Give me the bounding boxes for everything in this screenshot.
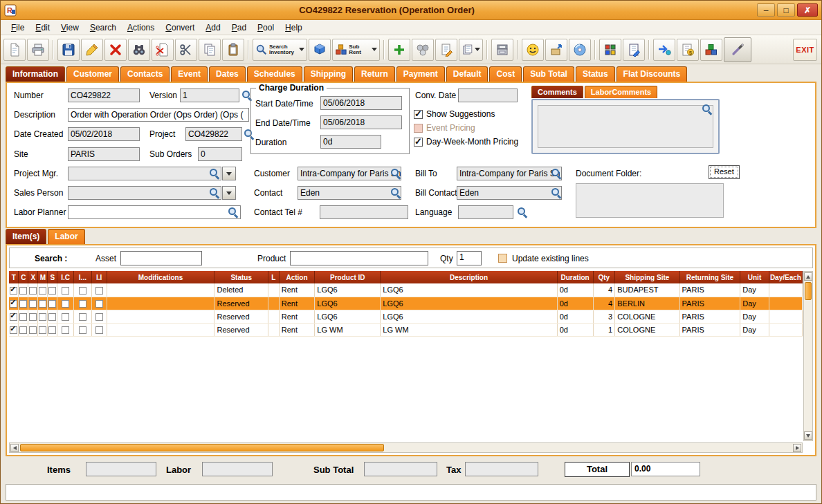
language-field[interactable] <box>458 205 513 219</box>
row-checkbox-x[interactable] <box>29 313 37 321</box>
cell-check-c[interactable] <box>19 310 28 323</box>
cell-check-t[interactable] <box>9 310 19 323</box>
asset-input[interactable] <box>120 251 202 265</box>
row-checkbox-x[interactable] <box>29 287 37 295</box>
cell-check-ii[interactable] <box>91 323 107 336</box>
cell-day-each[interactable] <box>769 323 802 336</box>
cell-action[interactable]: Rent <box>279 323 315 336</box>
event-pricing-checkbox[interactable] <box>414 124 423 133</box>
cell-check-s[interactable] <box>48 283 57 297</box>
cell-check-x[interactable] <box>28 323 38 336</box>
labor-planner-field[interactable] <box>68 205 241 219</box>
cell-day-each[interactable] <box>769 283 802 297</box>
scroll-right-button[interactable] <box>793 444 801 452</box>
search-inventory-button[interactable]: Search Inventory <box>253 39 307 61</box>
bill-to-field[interactable]: Intra-Company for Paris Sh <box>457 167 562 180</box>
column-header[interactable]: Qty <box>593 271 615 283</box>
comments-search-icon[interactable] <box>701 103 713 115</box>
cell-action[interactable]: Rent <box>279 310 315 323</box>
cell-status[interactable]: Reserved <box>214 310 268 323</box>
cell-check-s[interactable] <box>48 323 57 336</box>
main-tab[interactable]: Dates <box>209 66 246 82</box>
sub-rent-button[interactable]: Sub Rent <box>332 39 379 61</box>
edit-note-button[interactable] <box>435 39 457 61</box>
cell-duration[interactable]: 0d <box>557 283 593 297</box>
row-checkbox-c[interactable] <box>19 313 27 321</box>
main-tab[interactable]: Cost <box>489 66 522 82</box>
find-button[interactable] <box>128 39 150 61</box>
cell-check-ic[interactable] <box>57 323 74 336</box>
minimize-button[interactable]: – <box>757 3 775 17</box>
bill-contact-search-icon[interactable] <box>550 187 562 198</box>
disc-button[interactable] <box>569 39 591 61</box>
export-button[interactable] <box>653 39 675 61</box>
cell-l[interactable] <box>268 283 279 297</box>
main-tab[interactable]: Customer <box>66 66 119 82</box>
main-tab[interactable]: Return <box>354 66 395 82</box>
cell-shipping-site[interactable]: BUDAPEST <box>615 283 679 297</box>
row-checkbox-s[interactable] <box>48 313 56 321</box>
cell-duration[interactable]: 0d <box>557 323 593 336</box>
copy-button[interactable] <box>199 39 221 61</box>
reset-button[interactable]: Reset <box>709 165 740 179</box>
exit-button[interactable]: EXIT <box>793 39 817 61</box>
cut-document-button[interactable] <box>152 39 174 61</box>
row-checkbox-s[interactable] <box>48 326 56 334</box>
row-checkbox-t[interactable] <box>10 300 17 308</box>
horizontal-scroll-thumb[interactable] <box>20 444 384 451</box>
printer-unit-button[interactable] <box>491 39 513 61</box>
product-cube-button[interactable] <box>309 39 331 61</box>
cell-l[interactable] <box>268 310 279 323</box>
cell-description[interactable]: LGQ6 <box>381 283 557 297</box>
main-tab[interactable]: Contacts <box>120 66 170 82</box>
menu-item[interactable]: Pad <box>227 21 251 34</box>
save-button[interactable] <box>57 39 80 61</box>
column-header[interactable]: S <box>48 271 57 283</box>
row-checkbox-ii[interactable] <box>95 313 103 321</box>
total-button[interactable]: Total <box>565 462 630 477</box>
cell-check-ic[interactable] <box>57 283 74 297</box>
menu-item[interactable]: View <box>56 21 84 34</box>
cell-qty[interactable]: 4 <box>593 297 615 310</box>
cell-check-x[interactable] <box>28 283 38 297</box>
add-button[interactable] <box>388 39 410 61</box>
row-checkbox-m[interactable] <box>39 300 46 308</box>
cell-modifications[interactable] <box>107 323 214 336</box>
row-checkbox-c[interactable] <box>19 287 27 295</box>
sheets-button[interactable] <box>459 39 483 61</box>
scroll-left-button[interactable] <box>10 444 19 452</box>
column-header[interactable]: X <box>28 271 38 283</box>
items-tab[interactable]: Labor <box>48 229 84 244</box>
blue-note-button[interactable] <box>623 39 645 61</box>
main-tab[interactable]: Event <box>171 66 208 82</box>
column-header[interactable]: Status <box>214 271 268 283</box>
cell-l[interactable] <box>268 323 279 336</box>
row-checkbox-t[interactable] <box>10 313 17 321</box>
cell-product-id[interactable]: LGQ6 <box>315 310 381 323</box>
main-tab[interactable]: Schedules <box>247 66 302 82</box>
show-suggestions-checkbox[interactable] <box>414 110 423 119</box>
row-checkbox-ii[interactable] <box>95 287 103 295</box>
main-tab[interactable]: Sub Total <box>523 66 574 82</box>
project-mgr-dropdown-button[interactable] <box>222 167 236 180</box>
column-header[interactable]: C <box>19 271 28 283</box>
row-checkbox-x[interactable] <box>29 326 37 334</box>
description-field[interactable]: Order with Operation Order (Ops Order) (… <box>68 108 249 122</box>
scroll-down-button[interactable] <box>804 431 812 440</box>
row-checkbox-c[interactable] <box>19 300 27 308</box>
column-header[interactable]: Modifications <box>107 271 214 283</box>
project-mgr-field[interactable] <box>68 167 221 180</box>
cut-button[interactable] <box>175 39 197 61</box>
cell-check-i2[interactable] <box>74 323 92 336</box>
cell-duration[interactable]: 0d <box>557 310 593 323</box>
cell-check-x[interactable] <box>28 310 38 323</box>
cell-check-ic[interactable] <box>57 310 74 323</box>
row-checkbox-c[interactable] <box>19 326 27 334</box>
cell-modifications[interactable] <box>107 297 214 310</box>
table-row[interactable]: Reserved Rent LGQ6 LGQ6 0d 3 COLOGNE PAR… <box>9 310 803 323</box>
row-checkbox-ii[interactable] <box>95 326 103 334</box>
sales-person-dropdown-button[interactable] <box>222 186 236 200</box>
site-field[interactable]: PARIS <box>68 147 140 161</box>
menu-item[interactable]: Convert <box>161 21 199 34</box>
cell-product-id[interactable]: LGQ6 <box>315 283 381 297</box>
